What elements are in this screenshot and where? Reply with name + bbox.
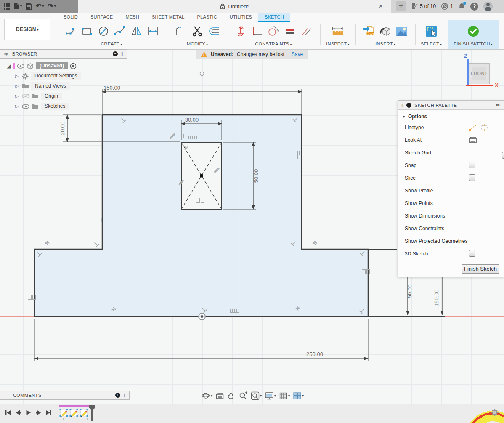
browser-item-root[interactable]: ◢ (Unsaved) bbox=[7, 62, 77, 70]
viewports-button[interactable]: ▾ bbox=[293, 391, 304, 400]
dim-base-height[interactable]: 50.00 bbox=[406, 285, 413, 298]
file-menu-button[interactable] bbox=[14, 3, 22, 10]
sketch-palette-header[interactable]: ‖ SKETCH PALETTE ≫ bbox=[398, 101, 504, 110]
viewcube-front-face[interactable]: FRONT bbox=[469, 63, 490, 84]
step-back-button[interactable] bbox=[15, 410, 21, 416]
pan-button[interactable] bbox=[227, 391, 236, 400]
ruler-constraint-glyph[interactable] bbox=[188, 136, 197, 139]
fit-button[interactable]: ▾ bbox=[251, 391, 262, 400]
tab-plastic[interactable]: PLASTIC bbox=[191, 13, 223, 22]
eye-hidden-icon[interactable] bbox=[22, 93, 29, 99]
inner-center-point[interactable] bbox=[200, 174, 203, 178]
eye-visible-icon[interactable] bbox=[17, 64, 24, 69]
projected-linetype-icon[interactable] bbox=[481, 124, 489, 131]
close-tab-button[interactable] bbox=[377, 2, 385, 11]
finish-sketch-palette-button[interactable]: Finish Sketch bbox=[462, 264, 499, 274]
expander-icon[interactable]: ▷ bbox=[15, 84, 20, 88]
comments-resize-handle[interactable]: ‖ bbox=[124, 393, 126, 398]
browser-item-document-settings[interactable]: ▷ Document Settings bbox=[15, 72, 81, 80]
offset-tool-button[interactable] bbox=[207, 24, 220, 39]
insert-mesh-button[interactable] bbox=[379, 24, 392, 39]
timeline-position-marker[interactable] bbox=[89, 405, 95, 410]
save-button[interactable] bbox=[26, 3, 32, 10]
look-at-icon[interactable] bbox=[469, 136, 477, 144]
palette-options-icon[interactable] bbox=[406, 103, 411, 108]
dim-notch-height[interactable]: 50.00 bbox=[253, 169, 259, 183]
undo-button[interactable]: ↶ bbox=[36, 3, 44, 10]
look-at-button[interactable] bbox=[215, 392, 224, 400]
browser-item-named-views[interactable]: ▷ Named Views bbox=[15, 82, 70, 90]
palette-resize-handle[interactable]: ‖ bbox=[401, 103, 403, 108]
sketch-feature-icon[interactable] bbox=[80, 408, 88, 418]
orbit-button[interactable]: ▾ bbox=[201, 391, 212, 400]
tab-surface[interactable]: SURFACE bbox=[84, 13, 119, 22]
new-tab-button[interactable] bbox=[396, 1, 406, 11]
ruler-constraint-glyph[interactable] bbox=[230, 309, 239, 313]
circle-tool-button[interactable] bbox=[97, 24, 110, 39]
measure-tool-button[interactable] bbox=[331, 24, 345, 39]
rectangle-tool-button[interactable] bbox=[80, 24, 94, 39]
notifications-button[interactable] bbox=[458, 3, 465, 10]
help-button[interactable]: ? bbox=[470, 3, 478, 11]
expander-icon[interactable]: ▷ bbox=[15, 74, 20, 78]
coincident-constraint-glyph[interactable] bbox=[297, 151, 298, 159]
expander-icon[interactable]: ▷ bbox=[15, 94, 20, 98]
sketch-feature-icon[interactable] bbox=[69, 408, 78, 418]
browser-options-icon[interactable] bbox=[113, 51, 118, 56]
eye-visible-icon[interactable] bbox=[22, 104, 29, 109]
sketch-grid-checkbox[interactable] bbox=[502, 152, 504, 159]
zoom-button[interactable] bbox=[239, 391, 248, 400]
tangent-constraint-button[interactable] bbox=[267, 24, 280, 39]
3d-sketch-checkbox[interactable] bbox=[469, 250, 475, 257]
browser-item-label[interactable]: Origin bbox=[41, 93, 62, 100]
line-tool-button[interactable] bbox=[64, 24, 77, 39]
dim-total-height[interactable]: 150.00 bbox=[433, 290, 440, 306]
parallel-constraint-button[interactable] bbox=[300, 24, 313, 39]
sketch-dimension-button[interactable] bbox=[146, 24, 159, 39]
coincident-constraint-glyph[interactable] bbox=[98, 218, 98, 226]
dim-top-offset[interactable]: 20.00 bbox=[59, 122, 66, 136]
go-to-end-button[interactable] bbox=[45, 410, 52, 416]
insert-canvas-button[interactable] bbox=[395, 24, 409, 39]
group-label-modify[interactable]: MODIFY bbox=[168, 41, 226, 46]
sketch-feature-icon[interactable] bbox=[59, 408, 68, 418]
equal-constraint-glyph[interactable] bbox=[196, 198, 204, 203]
trim-tool-button[interactable] bbox=[191, 24, 204, 39]
user-avatar[interactable] bbox=[483, 2, 493, 11]
perpendicular-constraint-button[interactable] bbox=[250, 24, 264, 39]
options-section-header[interactable]: Options bbox=[398, 110, 504, 121]
group-label-finish-sketch[interactable]: FINISH SKETCH bbox=[448, 41, 499, 46]
expander-icon[interactable]: ◢ bbox=[7, 63, 11, 69]
dim-top-width[interactable]: 150.00 bbox=[103, 85, 120, 91]
go-to-start-button[interactable] bbox=[5, 410, 11, 416]
document-tab[interactable]: Untitled* bbox=[78, 0, 391, 13]
browser-item-label[interactable]: Document Settings bbox=[31, 72, 81, 80]
browser-resize-handle[interactable]: ‖ bbox=[121, 51, 123, 56]
job-status-button[interactable]: 1 bbox=[441, 3, 453, 10]
browser-item-label[interactable]: Sketches bbox=[41, 103, 69, 110]
workspace-selector[interactable]: DESIGN bbox=[4, 19, 50, 40]
spline-tool-button[interactable] bbox=[113, 24, 127, 39]
active-documents-button[interactable]: 5 of 10 bbox=[411, 3, 436, 10]
step-forward-button[interactable] bbox=[35, 410, 42, 416]
app-launcher-icon[interactable] bbox=[4, 3, 10, 10]
browser-item-sketches[interactable]: ▷ Sketches bbox=[15, 102, 69, 110]
browser-panel-header[interactable]: ≪ BROWSER ‖ bbox=[0, 49, 127, 59]
palette-collapse-icon[interactable]: ≫ bbox=[495, 102, 500, 108]
group-label-insert[interactable]: INSERT bbox=[356, 41, 415, 46]
slice-checkbox[interactable] bbox=[469, 174, 475, 181]
dim-notch-width[interactable]: 30.00 bbox=[185, 117, 199, 123]
construction-linetype-icon[interactable] bbox=[469, 124, 477, 131]
equal-constraint-glyph[interactable] bbox=[28, 295, 36, 300]
browser-item-label[interactable]: (Unsaved) bbox=[36, 62, 68, 69]
finish-sketch-button[interactable] bbox=[467, 24, 480, 39]
group-label-select[interactable]: SELECT bbox=[416, 41, 447, 46]
redo-button[interactable]: ↷ bbox=[48, 3, 56, 10]
group-label-constraints[interactable]: CONSTRAINTS bbox=[228, 41, 319, 46]
tab-utilities[interactable]: UTILITIES bbox=[223, 13, 258, 22]
expander-icon[interactable]: ▷ bbox=[15, 104, 20, 109]
browser-item-origin[interactable]: ▷ Origin bbox=[15, 92, 62, 100]
tab-solid[interactable]: SOLID bbox=[57, 13, 84, 22]
tab-sheet-metal[interactable]: SHEET METAL bbox=[146, 13, 191, 22]
add-comment-icon[interactable] bbox=[115, 393, 120, 398]
